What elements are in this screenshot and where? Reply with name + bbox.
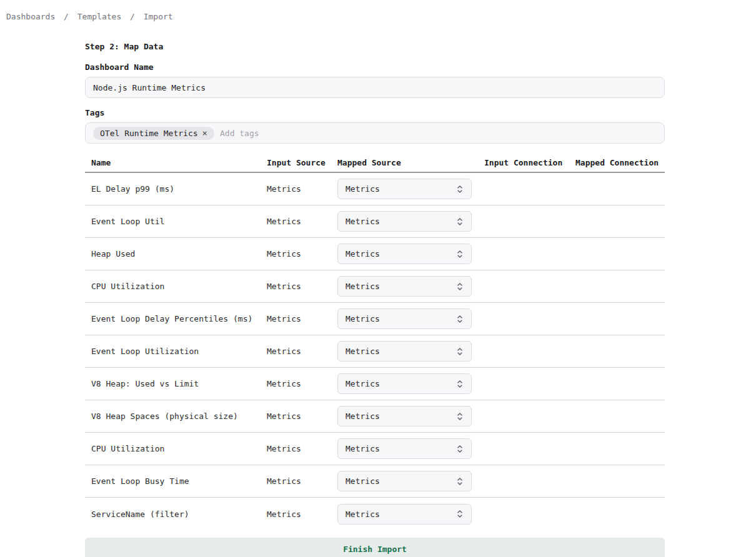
- table-row: V8 Heap: Used vs Limit Metrics Metrics: [85, 368, 665, 400]
- table-row: ServiceName (filter) Metrics Metrics: [85, 498, 665, 530]
- row-input-source: Metrics: [267, 444, 337, 453]
- mapped-source-select[interactable]: Metrics: [337, 341, 472, 362]
- row-input-source: Metrics: [267, 282, 337, 291]
- row-input-source: Metrics: [267, 347, 337, 356]
- unfold-more-icon: [456, 412, 464, 421]
- mapped-source-select[interactable]: Metrics: [337, 308, 472, 329]
- table-row: V8 Heap Spaces (physical size) Metrics M…: [85, 400, 665, 433]
- table-row: Event Loop Delay Percentiles (ms) Metric…: [85, 303, 665, 335]
- table-row: Event Loop Util Metrics Metrics: [85, 205, 665, 238]
- unfold-more-icon: [456, 347, 464, 356]
- dashboard-name-input[interactable]: [85, 77, 665, 98]
- row-name: Heap Used: [85, 249, 267, 259]
- row-name: CPU Utilization: [85, 444, 267, 453]
- breadcrumb-separator: /: [64, 12, 69, 21]
- mapped-source-select[interactable]: Metrics: [337, 373, 472, 394]
- import-step2-panel: Step 2: Map Data Dashboard Name Tags OTe…: [85, 42, 665, 557]
- column-header-mapped-connection: Mapped Connection: [575, 158, 665, 167]
- breadcrumb: Dashboards / Templates / Import: [0, 0, 756, 21]
- row-name: ServiceName (filter): [85, 510, 267, 519]
- column-header-mapped-source: Mapped Source: [337, 158, 484, 167]
- table-row: Heap Used Metrics Metrics: [85, 238, 665, 270]
- mapped-source-value: Metrics: [346, 347, 380, 356]
- row-input-source: Metrics: [267, 184, 337, 194]
- mapped-source-value: Metrics: [346, 314, 380, 323]
- mapped-source-value: Metrics: [346, 476, 380, 486]
- row-name: Event Loop Util: [85, 217, 267, 226]
- mapped-source-select[interactable]: Metrics: [337, 211, 472, 232]
- column-header-input-source: Input Source: [267, 158, 337, 167]
- tag-remove-icon[interactable]: ×: [202, 129, 207, 137]
- tags-input[interactable]: OTel Runtime Metrics × Add tags: [85, 122, 665, 144]
- breadcrumb-separator: /: [130, 12, 135, 21]
- table-row: CPU Utilization Metrics Metrics: [85, 270, 665, 303]
- mapped-source-value: Metrics: [346, 379, 380, 388]
- table-row: Event Loop Busy Time Metrics Metrics: [85, 465, 665, 498]
- breadcrumb-item-templates[interactable]: Templates: [77, 12, 121, 21]
- mapped-source-select[interactable]: Metrics: [337, 179, 472, 199]
- mapped-source-value: Metrics: [346, 282, 380, 291]
- row-name: CPU Utilization: [85, 282, 267, 291]
- breadcrumb-item-import: Import: [144, 12, 173, 21]
- mapped-source-select[interactable]: Metrics: [337, 244, 472, 264]
- unfold-more-icon: [456, 185, 464, 194]
- row-name: Event Loop Utilization: [85, 347, 267, 356]
- unfold-more-icon: [456, 380, 464, 388]
- finish-import-button[interactable]: Finish Import: [85, 538, 665, 557]
- row-input-source: Metrics: [267, 314, 337, 323]
- unfold-more-icon: [456, 315, 464, 323]
- mapped-source-value: Metrics: [346, 444, 380, 453]
- dashboard-name-label: Dashboard Name: [85, 62, 665, 72]
- tags-label: Tags: [85, 108, 665, 117]
- tags-placeholder: Add tags: [220, 129, 259, 138]
- table-body: EL Delay p99 (ms) Metrics Metrics Event …: [85, 173, 665, 530]
- unfold-more-icon: [456, 477, 464, 486]
- step-heading: Step 2: Map Data: [85, 42, 665, 51]
- mapped-source-value: Metrics: [346, 184, 380, 194]
- row-input-source: Metrics: [267, 412, 337, 421]
- row-input-source: Metrics: [267, 217, 337, 226]
- mapped-source-select[interactable]: Metrics: [337, 438, 472, 459]
- table-row: CPU Utilization Metrics Metrics: [85, 433, 665, 465]
- row-name: Event Loop Busy Time: [85, 476, 267, 486]
- column-header-input-connection: Input Connection: [484, 158, 575, 167]
- unfold-more-icon: [456, 217, 464, 226]
- row-input-source: Metrics: [267, 510, 337, 519]
- table-row: Event Loop Utilization Metrics Metrics: [85, 335, 665, 368]
- unfold-more-icon: [456, 445, 464, 453]
- row-name: EL Delay p99 (ms): [85, 184, 267, 194]
- unfold-more-icon: [456, 510, 464, 518]
- breadcrumb-item-dashboards[interactable]: Dashboards: [6, 12, 55, 21]
- row-input-source: Metrics: [267, 476, 337, 486]
- table-row: EL Delay p99 (ms) Metrics Metrics: [85, 173, 665, 205]
- row-name: Event Loop Delay Percentiles (ms): [85, 314, 267, 323]
- unfold-more-icon: [456, 250, 464, 259]
- row-name: V8 Heap: Used vs Limit: [85, 379, 267, 388]
- mapped-source-value: Metrics: [346, 249, 380, 259]
- mapped-source-select[interactable]: Metrics: [337, 406, 472, 426]
- mapped-source-value: Metrics: [346, 217, 380, 226]
- mapped-source-select[interactable]: Metrics: [337, 276, 472, 297]
- table-header-row: Name Input Source Mapped Source Input Co…: [85, 158, 665, 173]
- column-header-name: Name: [85, 158, 267, 167]
- mapped-source-value: Metrics: [346, 412, 380, 421]
- row-name: V8 Heap Spaces (physical size): [85, 412, 267, 421]
- tag-chip: OTel Runtime Metrics ×: [93, 127, 214, 140]
- mapped-source-value: Metrics: [346, 510, 380, 519]
- mapping-table: Name Input Source Mapped Source Input Co…: [85, 158, 665, 530]
- row-input-source: Metrics: [267, 379, 337, 388]
- tag-chip-label: OTel Runtime Metrics: [100, 129, 198, 138]
- mapped-source-select[interactable]: Metrics: [337, 471, 472, 491]
- mapped-source-select[interactable]: Metrics: [337, 504, 472, 525]
- row-input-source: Metrics: [267, 249, 337, 259]
- unfold-more-icon: [456, 282, 464, 291]
